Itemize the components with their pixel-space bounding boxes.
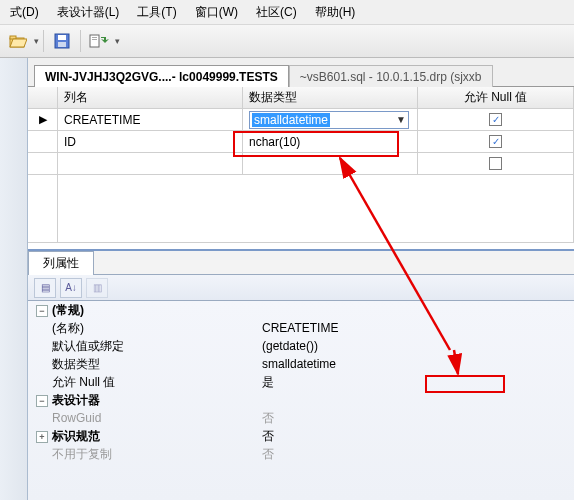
grid-header-row: 列名 数据类型 允许 Null 值 <box>28 87 574 109</box>
left-sidebar[interactable] <box>0 58 28 500</box>
toolbar-divider-2 <box>80 30 81 52</box>
prop-tab-column[interactable]: 列属性 <box>28 251 94 275</box>
prop-group-general[interactable]: −(常规) <box>28 301 574 319</box>
checkbox-allow-null-1[interactable]: ✓ <box>489 135 502 148</box>
svg-rect-8 <box>92 39 97 40</box>
prop-toolbar: ▤ A↓ ▥ <box>28 275 574 301</box>
prop-row-default[interactable]: 默认值或绑定 (getdate()) <box>28 337 574 355</box>
header-blank <box>28 87 58 109</box>
prop-row-identity[interactable]: +标识规范 否 <box>28 427 574 445</box>
prop-tab-spacer <box>94 251 574 275</box>
tab-inactive[interactable]: ~vsB601.sql - 10.0.1.15.drp (sjxxb <box>289 65 493 87</box>
sort-alpha-icon[interactable]: A↓ <box>60 278 82 298</box>
change-type-icon[interactable] <box>85 28 113 54</box>
row-indicator-2 <box>28 153 58 175</box>
row-indicator-1 <box>28 131 58 153</box>
prop-row-notforrepl[interactable]: 不用于复制 否 <box>28 445 574 463</box>
cell-null-id[interactable]: ✓ <box>418 131 574 153</box>
svg-rect-6 <box>90 35 99 47</box>
prop-pages-icon[interactable]: ▥ <box>86 278 108 298</box>
cell-name-id[interactable]: ID <box>58 131 243 153</box>
sort-categorized-icon[interactable]: ▤ <box>34 278 56 298</box>
workspace: WIN-JVJHJ3Q2GVG....- lc0049999.TESTS ~vs… <box>0 58 574 500</box>
menu-item-community[interactable]: 社区(C) <box>252 2 301 22</box>
menu-item-tools[interactable]: 工具(T) <box>133 2 180 22</box>
cell-null-new[interactable] <box>418 153 574 175</box>
grid-row-createtime[interactable]: ▶ CREATETIME smalldatetime ▼ ✓ <box>28 109 574 131</box>
header-data-type[interactable]: 数据类型 <box>243 87 418 109</box>
cell-null-createtime[interactable]: ✓ <box>418 109 574 131</box>
menu-item-window[interactable]: 窗口(W) <box>191 2 242 22</box>
data-type-combobox[interactable]: smalldatetime ▼ <box>249 111 409 129</box>
cell-type-new[interactable] <box>243 153 418 175</box>
prop-tab-strip: 列属性 <box>28 251 574 275</box>
grid-row-id[interactable]: ID nchar(10) ✓ <box>28 131 574 153</box>
chevron-down-icon[interactable]: ▼ <box>396 114 406 125</box>
svg-rect-4 <box>58 35 66 40</box>
prop-row-rowguid[interactable]: RowGuid 否 <box>28 409 574 427</box>
grid-row-new[interactable] <box>28 153 574 175</box>
cell-name-new[interactable] <box>58 153 243 175</box>
menu-item-help[interactable]: 帮助(H) <box>311 2 360 22</box>
row-indicator: ▶ <box>28 109 58 131</box>
tab-active[interactable]: WIN-JVJHJ3Q2GVG....- lc0049999.TESTS <box>34 65 289 87</box>
toolbar: ▾ ▾ <box>0 24 574 58</box>
main-panel: WIN-JVJHJ3Q2GVG....- lc0049999.TESTS ~vs… <box>28 58 574 500</box>
folder-open-icon[interactable] <box>4 28 32 54</box>
collapse-icon-2[interactable]: − <box>36 395 48 407</box>
svg-marker-2 <box>10 39 27 47</box>
svg-rect-7 <box>92 37 97 38</box>
prop-row-datatype[interactable]: 数据类型 smalldatetime <box>28 355 574 373</box>
prop-grid: −(常规) (名称) CREATETIME 默认值或绑定 (getdate())… <box>28 301 574 500</box>
column-properties-panel: 列属性 ▤ A↓ ▥ −(常规) (名称) CREATETIME 默认值或绑定 … <box>28 249 574 500</box>
menu-item-format[interactable]: 式(D) <box>6 2 43 22</box>
toolbar-divider <box>43 30 44 52</box>
cell-type-id[interactable]: nchar(10) <box>243 131 418 153</box>
prop-row-name[interactable]: (名称) CREATETIME <box>28 319 574 337</box>
cell-type-createtime[interactable]: smalldatetime ▼ <box>243 109 418 131</box>
checkbox-allow-null-new[interactable] <box>489 157 502 170</box>
menu-item-designer[interactable]: 表设计器(L) <box>53 2 124 22</box>
collapse-icon[interactable]: − <box>36 305 48 317</box>
document-tabs: WIN-JVJHJ3Q2GVG....- lc0049999.TESTS ~vs… <box>28 58 574 86</box>
prop-group-designer[interactable]: −表设计器 <box>28 391 574 409</box>
svg-rect-5 <box>58 42 66 47</box>
expand-icon[interactable]: + <box>36 431 48 443</box>
menu-bar: 式(D) 表设计器(L) 工具(T) 窗口(W) 社区(C) 帮助(H) <box>0 0 574 24</box>
cell-name-createtime[interactable]: CREATETIME <box>58 109 243 131</box>
prop-value-default: (getdate()) <box>258 339 574 353</box>
combo-selected: smalldatetime <box>252 113 330 127</box>
save-icon[interactable] <box>48 28 76 54</box>
prop-row-allownull[interactable]: 允许 Null 值 是 <box>28 373 574 391</box>
grid-empty-area <box>28 175 574 243</box>
header-column-name[interactable]: 列名 <box>58 87 243 109</box>
checkbox-allow-null-0[interactable]: ✓ <box>489 113 502 126</box>
columns-grid: 列名 数据类型 允许 Null 值 ▶ CREATETIME smalldate… <box>28 86 574 243</box>
header-allow-null[interactable]: 允许 Null 值 <box>418 87 574 109</box>
